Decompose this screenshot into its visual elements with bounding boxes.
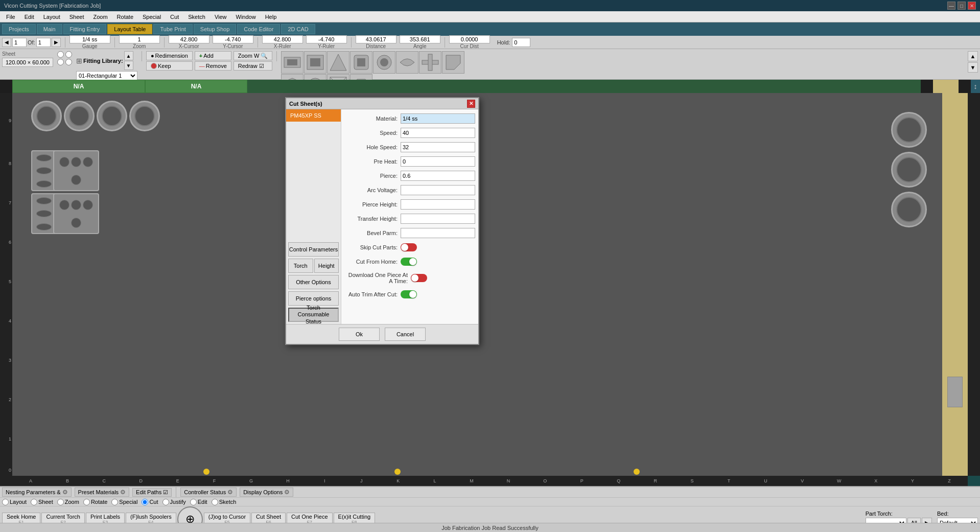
pre-heat-input[interactable] bbox=[401, 156, 475, 167]
tab-code-editor[interactable]: Code Editor bbox=[237, 24, 280, 34]
dialog-left-panel: PM45XP SS Control Parameters Torch Heigh… bbox=[286, 109, 341, 324]
svg-point-8 bbox=[380, 58, 388, 66]
tab-main[interactable]: Main bbox=[37, 24, 62, 34]
radio-sheet[interactable]: Sheet bbox=[31, 499, 53, 505]
fitting-icon-3[interactable] bbox=[350, 51, 372, 74]
preset-materials-label[interactable]: Preset Materials ⚙ bbox=[75, 488, 129, 497]
parts-layout bbox=[12, 93, 968, 476]
fitting-icon-7[interactable] bbox=[442, 51, 464, 74]
radio-rotate[interactable]: Rotate bbox=[83, 499, 107, 505]
download-one-piece-toggle[interactable] bbox=[411, 274, 427, 282]
page-total-input[interactable] bbox=[36, 38, 51, 47]
slider-handle[interactable] bbox=[947, 377, 963, 407]
dialog-close-button[interactable]: ✕ bbox=[467, 100, 475, 108]
height-button[interactable]: Height bbox=[314, 259, 339, 273]
radio-cut[interactable]: Cut bbox=[142, 499, 158, 505]
page-nav: ◀ Of: ▶ bbox=[2, 38, 61, 47]
radio-special[interactable]: Special bbox=[111, 499, 137, 505]
menu-sheet[interactable]: Sheet bbox=[65, 13, 88, 21]
arc-voltage-input[interactable] bbox=[401, 185, 475, 195]
radio-edit[interactable]: Edit bbox=[190, 499, 207, 505]
fitting-icon-6[interactable] bbox=[419, 51, 441, 74]
fitting-icon-4[interactable] bbox=[373, 51, 395, 74]
cut-from-home-toggle[interactable] bbox=[401, 258, 417, 266]
hole-speed-input[interactable] bbox=[401, 142, 475, 152]
menu-cut[interactable]: Cut bbox=[166, 13, 183, 21]
menu-rotate[interactable]: Rotate bbox=[113, 13, 137, 21]
transfer-height-input[interactable] bbox=[401, 214, 475, 224]
page-next-button[interactable]: ▶ bbox=[52, 38, 61, 47]
page-prev-button[interactable]: ◀ bbox=[2, 38, 11, 47]
torch-height-row: Torch Height bbox=[288, 259, 339, 273]
column-labels: A B C D E F G H I J K L M N O P Q R S T … bbox=[12, 476, 968, 486]
display-options-label[interactable]: Display Options ⚙ bbox=[240, 488, 293, 497]
scroll-down-btn[interactable]: ▼ bbox=[968, 62, 978, 73]
menu-window[interactable]: Window bbox=[232, 13, 260, 21]
menu-sketch[interactable]: Sketch bbox=[184, 13, 209, 21]
bed-label: Bed: bbox=[937, 511, 978, 517]
material-input[interactable] bbox=[401, 113, 475, 124]
minimize-button[interactable]: — bbox=[947, 2, 955, 10]
close-button[interactable]: ✕ bbox=[968, 2, 976, 10]
nesting-params-label[interactable]: Nesting Parameters & ⚙ bbox=[2, 488, 72, 497]
fitting-icon-2[interactable] bbox=[327, 51, 349, 74]
dialog-side-buttons: Control Parameters Torch Height Other Op… bbox=[286, 240, 341, 324]
menu-special[interactable]: Special bbox=[138, 13, 165, 21]
radio-mode-red2[interactable] bbox=[65, 51, 72, 58]
fitting-icon-5[interactable] bbox=[396, 51, 418, 74]
radio-mode-r1[interactable] bbox=[57, 59, 64, 65]
tab-tube-print[interactable]: Tube Print bbox=[153, 24, 192, 34]
hold-input[interactable] bbox=[512, 38, 530, 47]
radio-layout[interactable]: Layout bbox=[2, 499, 27, 505]
tab-2d-cad[interactable]: 2D CAD bbox=[281, 24, 315, 34]
radio-mode-r2[interactable] bbox=[65, 59, 72, 65]
radio-sketch[interactable]: Sketch bbox=[212, 499, 237, 505]
torch-button[interactable]: Torch bbox=[288, 259, 313, 273]
menu-edit[interactable]: Edit bbox=[20, 13, 38, 21]
tab-projects[interactable]: Projects bbox=[2, 24, 36, 34]
ok-button[interactable]: Ok bbox=[339, 328, 380, 341]
scroll-up-btn[interactable]: ▲ bbox=[968, 51, 978, 61]
header-row: N/A N/A ↕ bbox=[0, 80, 980, 93]
torch-consumable-status-button[interactable]: Torch ConsumableStatus bbox=[288, 308, 339, 322]
remove-button[interactable]: — Remove bbox=[195, 61, 231, 71]
fitting-up-button[interactable]: ▲ bbox=[124, 51, 133, 60]
radio-zoom[interactable]: Zoom bbox=[57, 499, 79, 505]
speed-input[interactable] bbox=[401, 128, 475, 138]
edit-paths-label[interactable]: Edit Paths ☑ bbox=[132, 488, 172, 497]
redraw-button[interactable]: Redraw ☑ bbox=[234, 61, 273, 71]
tab-setup-shop[interactable]: Setup Shop bbox=[194, 24, 237, 34]
controller-status-label[interactable]: Controller Status ⚙ bbox=[180, 488, 237, 497]
side-arrow-btn[interactable]: ↕ bbox=[971, 80, 980, 93]
cancel-button[interactable]: Cancel bbox=[385, 328, 426, 341]
page-current-input[interactable] bbox=[12, 38, 27, 47]
menu-layout[interactable]: Layout bbox=[39, 13, 64, 21]
redimension-button[interactable]: ● Redimension bbox=[146, 51, 193, 60]
radio-justify[interactable]: Justify bbox=[162, 499, 186, 505]
menu-zoom[interactable]: Zoom bbox=[89, 13, 111, 21]
fitting-down-button[interactable]: ▼ bbox=[124, 61, 133, 70]
skip-cut-parts-label: Skip Cut Parts: bbox=[344, 244, 401, 250]
pierce-input[interactable] bbox=[401, 171, 475, 181]
radio-mode-red[interactable] bbox=[57, 51, 64, 58]
fitting-icon-1[interactable] bbox=[304, 51, 326, 74]
keep-button[interactable]: Keep bbox=[146, 61, 193, 71]
maximize-button[interactable]: □ bbox=[958, 2, 966, 10]
menu-file[interactable]: File bbox=[2, 13, 19, 21]
bevel-parm-input[interactable] bbox=[401, 228, 475, 238]
pierce-height-input[interactable] bbox=[401, 199, 475, 210]
control-params-button[interactable]: Control Parameters bbox=[288, 242, 339, 257]
zoom-w-button[interactable]: Zoom W 🔍 bbox=[234, 51, 273, 60]
pierce-options-button[interactable]: Pierce options bbox=[288, 291, 339, 306]
auto-trim-toggle[interactable] bbox=[401, 290, 417, 298]
fitting-icon-0[interactable] bbox=[281, 51, 304, 74]
other-options-button[interactable]: Other Options bbox=[288, 275, 339, 289]
fitting-dropdown[interactable]: 01-Rectangular 1 bbox=[76, 71, 137, 80]
menu-view[interactable]: View bbox=[211, 13, 231, 21]
material-item-pm45xp[interactable]: PM45XP SS bbox=[286, 109, 341, 122]
add-button[interactable]: + Add bbox=[195, 51, 231, 60]
tab-fitting-entry[interactable]: Fitting Entry bbox=[63, 24, 107, 34]
skip-cut-parts-toggle[interactable] bbox=[401, 243, 417, 251]
menu-help[interactable]: Help bbox=[261, 13, 281, 21]
tab-layout-table[interactable]: Layout Table bbox=[107, 24, 152, 34]
